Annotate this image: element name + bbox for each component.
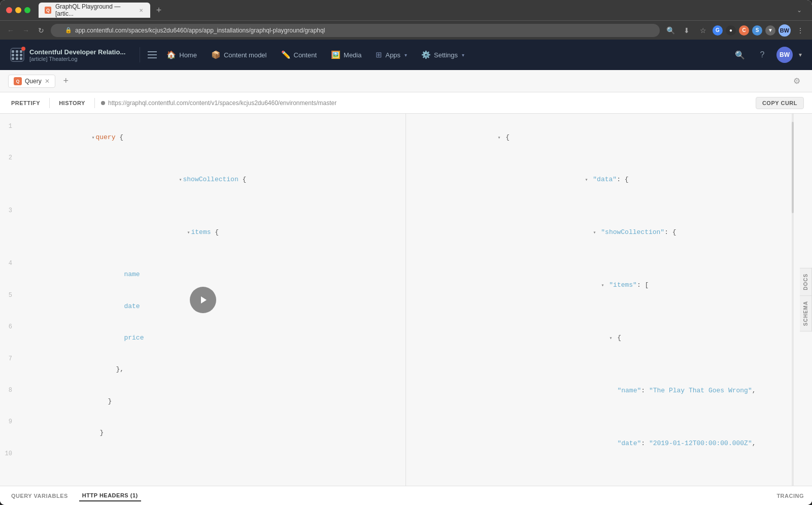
hamburger-line xyxy=(148,54,157,55)
line-content: } xyxy=(20,386,405,417)
dot xyxy=(12,54,14,56)
results-code-area[interactable]: ▾ { ▾ "data": { xyxy=(406,114,812,486)
active-tab[interactable]: Q GraphQL Playground — [artic... ✕ xyxy=(39,3,150,18)
nav-item-settings[interactable]: ⚙️ Settings ▾ xyxy=(415,47,470,62)
extension-2[interactable]: ● xyxy=(726,25,736,36)
graphql-playground: Q Query ✕ + ⚙ PRETTIFY HISTORY xyxy=(0,70,812,505)
line-content: ▾showCollection { xyxy=(20,153,405,206)
query-tab-close[interactable]: ✕ xyxy=(45,78,50,85)
collapse-arrow[interactable]: ▾ xyxy=(585,177,588,183)
extension-3[interactable]: C xyxy=(739,25,749,36)
copy-curl-button[interactable]: COPY CURL xyxy=(756,97,804,109)
scrollbar-thumb[interactable] xyxy=(792,122,794,213)
code-line-7: 7 }, xyxy=(0,354,405,386)
bottom-right: TRACING xyxy=(776,492,804,499)
line-content: price xyxy=(20,322,405,354)
browser-profile[interactable]: BW xyxy=(779,24,791,37)
dot xyxy=(16,54,18,56)
collapse-arrow[interactable]: ▾ xyxy=(187,230,190,235)
result-line-content: "date": "2019-01-12T00:00:00.000Z", xyxy=(426,417,812,470)
hamburger-menu[interactable] xyxy=(144,47,160,63)
logo-wrap[interactable] xyxy=(10,48,24,62)
run-query-button[interactable] xyxy=(190,287,216,313)
result-line: ▾ { xyxy=(406,312,812,364)
line-content: ▾items { xyxy=(20,206,405,259)
extension-5[interactable]: ▼ xyxy=(765,25,775,36)
tab-close-button[interactable]: ✕ xyxy=(138,7,144,14)
scrollbar-track xyxy=(792,114,794,486)
lock-icon: 🔒 xyxy=(65,27,72,33)
line-number: 3 xyxy=(0,206,20,216)
nav-item-content-model[interactable]: 📦 Content model xyxy=(205,47,273,62)
collapse-arrow[interactable]: ▾ xyxy=(593,230,596,235)
code-line-2: 2 ▾showCollection { xyxy=(0,153,405,206)
dot xyxy=(16,50,18,53)
collapse-arrow[interactable]: ▾ xyxy=(91,135,94,141)
search-nav-button[interactable]: 🔍 xyxy=(732,47,748,63)
line-number: 10 xyxy=(0,449,20,459)
docs-tab[interactable]: DOCS xyxy=(800,267,812,295)
nav-right: 🔍 ? BW ▾ xyxy=(732,47,802,63)
settings-chevron-icon: ▾ xyxy=(462,52,464,58)
title-bar: Q GraphQL Playground — [artic... ✕ + ⌄ xyxy=(0,0,812,20)
code-line-10: 10 xyxy=(0,449,405,460)
dot xyxy=(12,50,14,53)
extension-1[interactable]: G xyxy=(713,25,723,36)
space-name: [article] TheaterLog xyxy=(29,56,125,62)
playground-settings-button[interactable]: ⚙ xyxy=(790,74,804,88)
maximize-button[interactable] xyxy=(24,7,30,13)
add-query-tab-button[interactable]: + xyxy=(59,75,73,88)
dots-grid xyxy=(12,50,23,60)
extension-4[interactable]: S xyxy=(752,25,762,36)
new-tab-button[interactable]: + xyxy=(152,4,165,17)
bookmark-icon[interactable]: ☆ xyxy=(696,24,709,37)
schema-tab[interactable]: SCHEMA xyxy=(800,295,812,331)
result-line: "price": 52 xyxy=(406,470,812,486)
url-bar[interactable]: 🔒 app.contentful.com/spaces/kcjus2du6460… xyxy=(51,24,660,37)
app-content: Contentful Developer Relatio... [article… xyxy=(0,40,812,505)
nav-item-content-model-label: Content model xyxy=(224,51,267,59)
tracing-button[interactable]: TRACING xyxy=(776,493,804,499)
http-headers-tab[interactable]: HTTP HEADERS (1) xyxy=(79,490,141,501)
nav-items: 🏠 Home 📦 Content model ✏️ Content 🖼️ Med… xyxy=(160,47,732,62)
collapse-arrow[interactable]: ▾ xyxy=(179,177,182,183)
code-line-3: 3 ▾items { xyxy=(0,206,405,259)
close-button[interactable] xyxy=(6,7,12,13)
back-button[interactable]: ← xyxy=(5,25,16,36)
line-number: 6 xyxy=(0,322,20,332)
download-icon[interactable]: ⬇ xyxy=(680,24,693,37)
line-content xyxy=(20,449,405,460)
help-nav-button[interactable]: ? xyxy=(754,47,770,63)
collapse-arrow[interactable]: ▾ xyxy=(601,283,604,288)
traffic-lights xyxy=(6,7,30,13)
code-line-6: 6 price xyxy=(0,322,405,354)
browser-tab-bar: Q GraphQL Playground — [artic... ✕ + xyxy=(39,3,793,18)
collapse-arrow[interactable]: ▾ xyxy=(609,335,612,341)
collapse-arrow-result[interactable]: ▾ xyxy=(497,135,500,141)
result-line-content: ▾ "showCollection": { xyxy=(426,206,812,259)
search-browser-icon[interactable]: 🔍 xyxy=(664,24,677,37)
nav-item-media[interactable]: 🖼️ Media xyxy=(325,47,367,62)
history-button[interactable]: HISTORY xyxy=(56,98,88,108)
results-panel: ▾ { ▾ "data": { xyxy=(406,114,812,486)
query-tab[interactable]: Q Query ✕ xyxy=(8,75,55,88)
nav-item-apps[interactable]: ⊞ Apps ▾ xyxy=(369,47,413,62)
prettify-button[interactable]: PRETTIFY xyxy=(8,98,43,108)
user-avatar[interactable]: BW xyxy=(776,47,793,63)
line-content: name xyxy=(20,259,405,290)
result-line-content: "price": 52 xyxy=(426,470,812,486)
nav-item-content[interactable]: ✏️ Content xyxy=(275,47,323,62)
result-line: ▾ { xyxy=(406,122,812,153)
forward-button[interactable]: → xyxy=(20,25,31,36)
code-line-1: 1 ▾query { xyxy=(0,122,405,153)
media-icon: 🖼️ xyxy=(331,50,341,59)
settings-icon: ⚙️ xyxy=(421,50,431,59)
nav-item-home[interactable]: 🏠 Home xyxy=(160,47,203,62)
more-options-icon[interactable]: ⋮ xyxy=(794,24,807,37)
refresh-button[interactable]: ↻ xyxy=(36,25,47,36)
minimize-button[interactable] xyxy=(15,7,21,13)
playground-header-right: ⚙ xyxy=(790,74,804,88)
window-controls: ⌄ xyxy=(797,7,806,14)
query-variables-tab[interactable]: QUERY VARIABLES xyxy=(8,491,71,501)
dot xyxy=(20,57,22,60)
